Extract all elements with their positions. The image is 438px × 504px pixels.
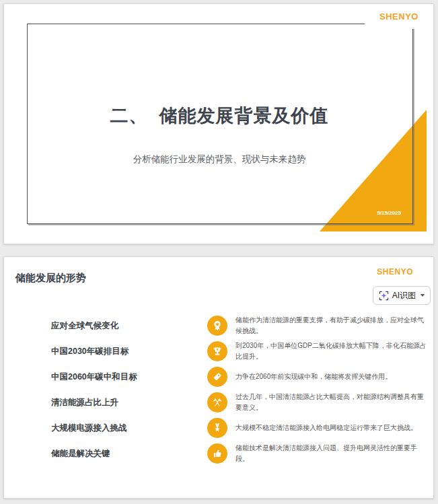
list-item: 大规模电源接入挑战 大规模不稳定清洁能源接入给电网稳定运行带来了巨大挑战。 — [4, 415, 434, 441]
rosette-award-icon — [207, 316, 227, 336]
item-label: 中国2030年碳排目标 — [51, 346, 207, 357]
medal-icon — [207, 418, 227, 438]
shenyo-logo: SHENYO — [377, 267, 413, 277]
list-item: 储能是解决关键 储能技术是解决清洁能源接入问题、提升电网灵活性的重要手段。 — [4, 441, 434, 466]
item-label: 应对全球气候变化 — [51, 320, 207, 332]
item-label: 大规模电源接入挑战 — [51, 423, 207, 434]
list-item: 清洁能源占比上升 过去几年，中国清洁能源占比大幅提高，对能源结构调整具有重要意义… — [4, 390, 434, 415]
item-description: 储能技术是解决清洁能源接入问题、提升电网灵活性的重要手段。 — [235, 443, 428, 464]
item-description: 大规模不稳定清洁能源接入给电网稳定运行带来了巨大挑战。 — [235, 423, 428, 433]
slide-title: 二、 储能发展背景及价值 — [27, 104, 412, 128]
slide-subtitle: 分析储能行业发展的背景、现状与未来趋势 — [27, 153, 412, 166]
item-description: 到2030年，中国单位GDP二氧化碳排放大幅下降，非化石能源占比提升。 — [235, 340, 428, 362]
list-item: 应对全球气候变化 储能作为清洁能源的重要支撑，有助于减少碳排放，应对全球气候挑战… — [4, 313, 434, 338]
slide-title: 储能发展的形势 — [15, 272, 86, 285]
ai-button-label: AI识图 — [392, 290, 416, 301]
thumbs-up-icon — [207, 443, 227, 464]
item-label: 储能是解决关键 — [51, 448, 207, 460]
slide-date: 5/15/2025 — [377, 210, 401, 216]
trophy-icon — [207, 341, 227, 361]
slide-1-card: SHENYO 二、 储能发展背景及价值 分析储能行业发展的背景、现状与未来趋势 … — [3, 3, 434, 244]
logo-box: SHENYO — [365, 4, 433, 29]
item-label: 清洁能源占比上升 — [51, 397, 207, 408]
item-description: 力争在2060年前实现碳中和，储能将发挥关键作用。 — [235, 371, 428, 382]
item-description: 储能作为清洁能源的重要支撑，有助于减少碳排放，应对全球气候挑战。 — [235, 315, 428, 336]
chevron-down-icon[interactable] — [421, 294, 425, 297]
slide-2-card: 储能发展的形势 SHENYO AI识图 应对全球气候变化 — [3, 256, 434, 499]
tag-icon — [207, 367, 227, 387]
ai-recognize-button[interactable]: AI识图 — [373, 286, 431, 305]
logo-box: SHENYO — [377, 265, 413, 277]
scan-sparkle-icon — [379, 291, 389, 301]
crossed-flags-icon — [207, 392, 227, 412]
list-item: 中国2060年碳中和目标 力争在2060年前实现碳中和，储能将发挥关键作用。 — [4, 364, 434, 390]
item-label: 中国2060年碳中和目标 — [51, 371, 207, 383]
item-description: 过去几年，中国清洁能源占比大幅提高，对能源结构调整具有重要意义。 — [235, 392, 428, 413]
shenyo-logo: SHENYO — [379, 11, 418, 22]
list-item: 中国2030年碳排目标 到2030年，中国单位GDP二氧化碳排放大幅下降，非化石… — [4, 338, 434, 364]
feature-list: 应对全球气候变化 储能作为清洁能源的重要支撑，有助于减少碳排放，应对全球气候挑战… — [4, 313, 434, 466]
